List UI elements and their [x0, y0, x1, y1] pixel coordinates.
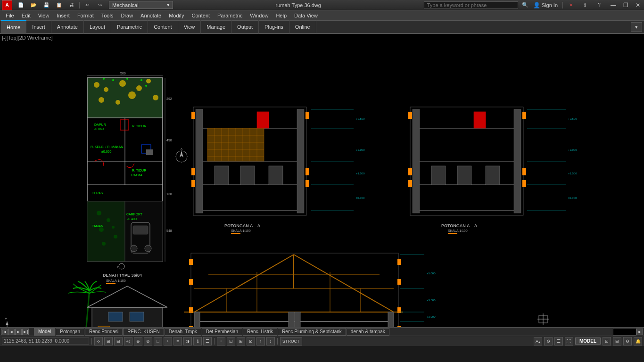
open-icon[interactable]: 📂 — [27, 0, 40, 10]
menu-help[interactable]: Help — [272, 10, 290, 21]
transparency-icon[interactable]: ◑ — [183, 337, 192, 346]
menu-parametric[interactable]: Parametric — [214, 10, 246, 21]
tab-denah-tmpk[interactable]: Denah_Tmpk — [165, 328, 201, 336]
menu-tools[interactable]: Tools — [98, 10, 117, 21]
osnap-icon[interactable]: ⊕ — [134, 337, 142, 346]
tab-parametric[interactable]: Parametric — [111, 20, 148, 33]
tab-renc-pondasi[interactable]: Renc.Pondasi — [85, 328, 123, 336]
new-file-icon[interactable]: 📄 — [15, 0, 27, 10]
tab-last-button[interactable]: ►| — [22, 329, 29, 335]
svg-rect-47 — [133, 226, 148, 234]
menu-window[interactable]: Window — [246, 10, 272, 21]
menu-draw[interactable]: Draw — [117, 10, 137, 21]
save-icon[interactable]: 💾 — [40, 0, 52, 10]
tab-annotate[interactable]: Annotate — [51, 20, 84, 33]
tab-first-button[interactable]: |◄ — [1, 329, 8, 335]
qp-icon[interactable]: ℹ — [193, 337, 202, 346]
ui-icon[interactable]: ☰ — [554, 337, 563, 346]
tab-scroll-right[interactable]: ► — [636, 329, 643, 335]
tab-next-button[interactable]: ► — [15, 329, 22, 335]
tab-prev-button[interactable]: ◄ — [8, 329, 15, 335]
view-2-icon[interactable]: ⊞ — [613, 337, 621, 346]
menu-insert[interactable]: Insert — [53, 10, 74, 21]
ribbon-extra: ▾ — [631, 22, 644, 32]
svg-rect-85 — [305, 168, 309, 175]
snap-mode-icon[interactable]: ⊹ — [94, 337, 103, 346]
otrack-icon[interactable]: ⊗ — [144, 337, 152, 346]
menu-file[interactable]: File — [2, 10, 18, 21]
custom-icon[interactable]: ⊠ — [247, 337, 255, 346]
menu-content[interactable]: Content — [188, 10, 214, 21]
svg-rect-105 — [297, 109, 304, 213]
close-button[interactable]: ✕ — [632, 0, 644, 10]
sc-icon[interactable]: ☰ — [203, 337, 212, 346]
tab-plugins[interactable]: Plug-ins — [259, 20, 289, 33]
tab-output[interactable]: Output — [231, 20, 259, 33]
menu-view[interactable]: View — [34, 10, 53, 21]
lineweight-icon[interactable]: ≡ — [173, 337, 182, 346]
struct-button[interactable]: STRUCT — [280, 337, 302, 346]
add-icon[interactable]: + — [217, 337, 225, 346]
redo-icon[interactable]: ↪ — [94, 0, 106, 10]
tab-model[interactable]: Model — [34, 328, 55, 336]
tab-online[interactable]: Online — [289, 20, 316, 33]
tab-manage[interactable]: Manage — [201, 20, 231, 33]
svg-rect-173 — [194, 312, 200, 327]
menu-dataview[interactable]: Data View — [290, 10, 322, 21]
notification-icon[interactable]: 🔔 — [634, 337, 642, 346]
svg-text:+3.000: +3.000 — [568, 148, 577, 151]
info-icon[interactable]: ℹ — [579, 0, 591, 10]
view-1-icon[interactable]: ⊡ — [603, 337, 611, 346]
main-drawing-area[interactable]: DAPUR -0.060 R. TIDUR R. KELG. / R. MAKA… — [0, 34, 644, 327]
ducs-icon[interactable]: □ — [154, 337, 162, 346]
tab-potongan[interactable]: Potongan — [56, 328, 84, 336]
save-as-icon[interactable]: 📋 — [53, 0, 65, 10]
menu-format[interactable]: Format — [74, 10, 98, 21]
search-icon[interactable]: 🔍 — [522, 2, 528, 8]
tab-renc-kusen[interactable]: RENC. KUSEN — [123, 328, 164, 336]
tab-insert[interactable]: Insert — [26, 20, 51, 33]
svg-point-10 — [153, 95, 158, 100]
fullscreen-icon[interactable]: ⛶ — [565, 337, 573, 346]
annotation-scale-icon[interactable]: A₁ — [534, 337, 542, 346]
help-icon[interactable]: ? — [593, 0, 605, 10]
svg-text:SKALA 1:100: SKALA 1:100 — [231, 229, 251, 232]
polar-icon[interactable]: ◎ — [124, 337, 132, 346]
dyn-icon[interactable]: + — [164, 337, 172, 346]
menu-edit[interactable]: Edit — [18, 10, 34, 21]
signin-button[interactable]: 👤 Sign In — [530, 2, 561, 8]
menu-modify[interactable]: Modify — [165, 10, 188, 21]
svg-point-41 — [114, 235, 117, 239]
workspace-selector[interactable]: Mechanical ▾ — [109, 1, 173, 9]
tab-det-pembesian[interactable]: Det Pembesian — [202, 328, 242, 336]
statusbar-right: A₁ ⚙ ☰ ⛶ MODEL ⊡ ⊞ ⚙ 🔔 — [534, 337, 642, 346]
settings-icon[interactable]: ⚙ — [623, 337, 632, 346]
search-input[interactable] — [424, 1, 518, 9]
svg-rect-84 — [305, 112, 309, 119]
tab-layout[interactable]: Layout — [84, 20, 111, 33]
tab-content[interactable]: Content — [148, 20, 178, 33]
tab-renc-plumbing[interactable]: Renc.Plumbing & Septictank — [278, 328, 346, 336]
viewport-icon[interactable]: ⊞ — [237, 337, 245, 346]
ribbon-more-button[interactable]: ▾ — [631, 22, 642, 32]
plot-icon[interactable]: 🖨 — [66, 0, 78, 10]
tab-renc-listrik[interactable]: Renc. Listrik — [243, 328, 277, 336]
menu-annotate[interactable]: Annotate — [137, 10, 165, 21]
svg-point-39 — [99, 227, 104, 232]
restore-button[interactable]: ❐ — [619, 0, 632, 10]
pan-icon[interactable]: ↕ — [266, 337, 275, 346]
workspace-icon[interactable]: ⚙ — [544, 337, 553, 346]
grid-icon[interactable]: ⊞ — [104, 337, 113, 346]
svg-rect-160 — [397, 326, 401, 327]
tab-view[interactable]: View — [178, 20, 201, 33]
model-view-icon[interactable]: ⊡ — [227, 337, 235, 346]
tab-scroll-area[interactable] — [613, 328, 636, 336]
svg-rect-136 — [431, 166, 446, 185]
arrow-icon[interactable]: ↑ — [256, 337, 265, 346]
exchange-icon[interactable]: ✕ — [565, 0, 577, 10]
tab-home[interactable]: Home — [1, 20, 26, 33]
tab-denah-tampak[interactable]: denah & tampak — [347, 328, 389, 336]
undo-icon[interactable]: ↩ — [81, 0, 93, 10]
minimize-button[interactable]: — — [607, 0, 619, 10]
ortho-icon[interactable]: ⊟ — [114, 337, 123, 346]
